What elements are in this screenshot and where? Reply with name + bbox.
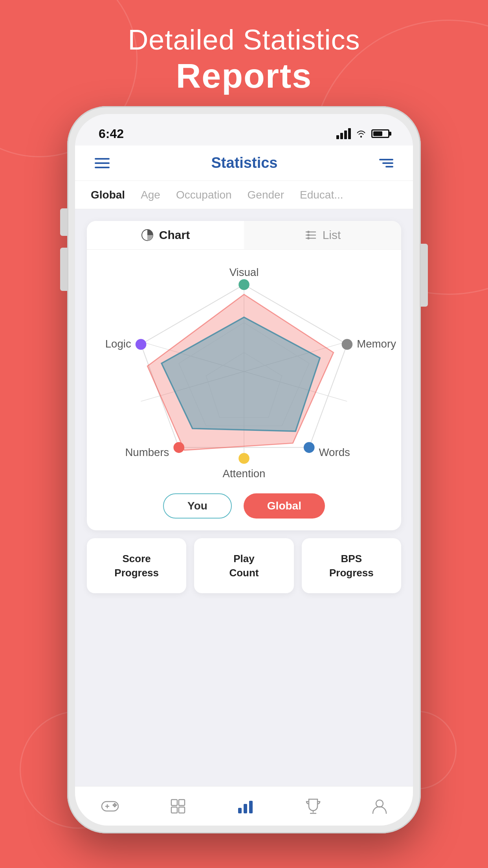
svg-point-6	[307, 237, 310, 239]
memory-dot	[342, 339, 353, 350]
header-subtitle: Detailed Statistics	[0, 24, 488, 56]
category-tabs: Global Age Occupation Gender Educat...	[75, 181, 413, 209]
svg-point-4	[307, 231, 310, 233]
header-title: Reports	[0, 56, 488, 96]
svg-rect-15	[102, 802, 118, 811]
radar-container: Visual Memory Words Attention Numbers Lo…	[87, 250, 401, 530]
pie-chart-icon	[141, 229, 154, 241]
bps-progress-label: BPSProgress	[329, 552, 374, 580]
numbers-dot	[173, 442, 184, 453]
svg-rect-25	[179, 807, 185, 813]
visual-label: Visual	[229, 266, 259, 278]
chart-card: Chart List	[87, 221, 401, 530]
words-dot	[304, 442, 315, 453]
header-section: Detailed Statistics Reports	[0, 24, 488, 96]
tab-age[interactable]: Age	[141, 189, 160, 201]
play-count-label: PlayCount	[229, 552, 259, 580]
visual-dot	[238, 279, 250, 290]
svg-rect-26	[238, 808, 242, 813]
wifi-icon	[356, 130, 367, 138]
logic-label: Logic	[105, 338, 131, 350]
gamepad-icon	[101, 799, 119, 813]
chart-tab-label: Chart	[159, 228, 190, 242]
attention-dot	[238, 453, 250, 464]
chart-tab-bar: Chart List	[87, 221, 401, 250]
svg-point-21	[114, 805, 116, 807]
svg-rect-27	[244, 804, 247, 813]
nav-profile-item[interactable]	[372, 798, 387, 814]
svg-rect-22	[171, 800, 177, 805]
trophy-icon	[306, 798, 321, 814]
phone-screen: 6:42 Statistics	[75, 114, 413, 826]
svg-rect-24	[171, 807, 177, 813]
chart-tab-chart[interactable]: Chart	[87, 221, 244, 249]
list-tab-label: List	[323, 228, 341, 242]
profile-icon	[372, 798, 387, 814]
play-count-card[interactable]: PlayCount	[194, 538, 294, 593]
svg-rect-28	[249, 801, 253, 813]
tab-occupation[interactable]: Occupation	[176, 189, 232, 201]
bottom-nav	[75, 786, 413, 826]
score-progress-label: ScoreProgress	[114, 552, 159, 580]
filter-button[interactable]	[379, 159, 393, 167]
status-time: 6:42	[99, 127, 124, 141]
nav-stats-item[interactable]	[237, 798, 254, 814]
list-icon	[305, 229, 317, 241]
nav-bar: Statistics	[75, 145, 413, 181]
chart-bar-icon	[237, 798, 254, 814]
legend-row: You Global	[163, 493, 325, 519]
nav-grid-item[interactable]	[171, 799, 185, 814]
battery-icon	[371, 129, 389, 138]
attention-label: Attention	[223, 467, 266, 480]
tab-gender[interactable]: Gender	[248, 189, 284, 201]
score-progress-card[interactable]: ScoreProgress	[87, 538, 186, 593]
stat-cards-row: ScoreProgress PlayCount BPSProgress	[87, 538, 401, 593]
memory-label: Memory	[357, 338, 396, 350]
status-bar: 6:42	[75, 114, 413, 145]
phone-mockup: 6:42 Statistics	[67, 106, 421, 833]
hamburger-menu-button[interactable]	[95, 158, 110, 168]
words-label: Words	[319, 446, 350, 458]
tab-education[interactable]: Educat...	[300, 189, 343, 201]
chart-tab-list[interactable]: List	[244, 221, 401, 249]
tab-global[interactable]: Global	[91, 189, 125, 201]
volume-down-button[interactable]	[60, 248, 67, 291]
power-button[interactable]	[421, 244, 428, 307]
nav-games-item[interactable]	[101, 799, 119, 813]
radar-chart: Visual Memory Words Attention Numbers Lo…	[97, 257, 391, 485]
svg-point-31	[376, 800, 383, 807]
signal-icon	[336, 128, 351, 139]
numbers-label: Numbers	[125, 446, 169, 458]
status-icons	[336, 128, 389, 139]
bps-progress-card[interactable]: BPSProgress	[302, 538, 401, 593]
content-area: Chart List	[75, 209, 413, 786]
legend-you-button[interactable]: You	[163, 493, 232, 519]
svg-rect-23	[179, 800, 185, 805]
logic-dot	[136, 339, 147, 350]
svg-point-5	[307, 234, 310, 236]
svg-point-20	[114, 803, 116, 805]
nav-trophy-item[interactable]	[306, 798, 321, 814]
legend-global-button[interactable]: Global	[244, 493, 325, 519]
grid-icon	[171, 799, 185, 814]
volume-up-button[interactable]	[60, 208, 67, 236]
nav-title: Statistics	[211, 154, 278, 171]
